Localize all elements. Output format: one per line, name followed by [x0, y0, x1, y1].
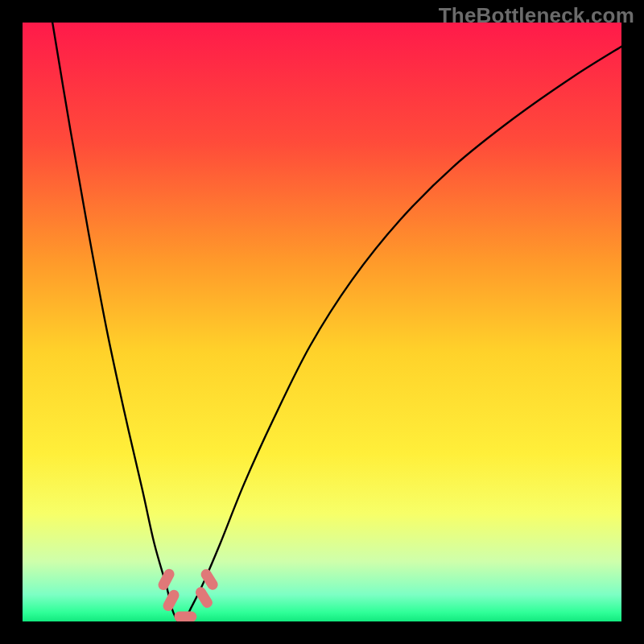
bottom-marker — [174, 612, 196, 621]
gradient-background — [23, 23, 621, 621]
plot-area — [23, 23, 621, 621]
chart-frame: TheBottleneck.com — [0, 0, 644, 644]
chart-svg — [23, 23, 621, 621]
